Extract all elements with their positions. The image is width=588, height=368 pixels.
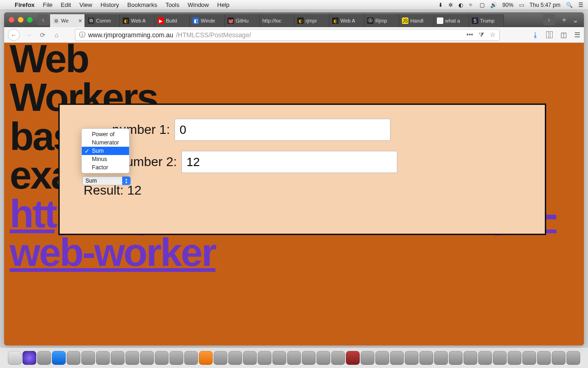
option-numerator[interactable]: Numerator <box>82 138 129 147</box>
siri-icon[interactable]: ☰ <box>578 2 583 8</box>
zoom-window-icon[interactable] <box>27 17 33 23</box>
dock-app[interactable] <box>346 351 360 365</box>
dock-app[interactable] <box>8 351 22 365</box>
menu-bookmarks[interactable]: Bookmarks <box>127 1 157 8</box>
tab[interactable]: ◐rjmpr <box>294 14 329 27</box>
dock-app[interactable] <box>287 351 301 365</box>
option-power-of[interactable]: Power of <box>82 130 129 138</box>
status-icon: ✲ <box>448 2 453 8</box>
dock-app[interactable] <box>464 351 477 365</box>
sidebar-icon[interactable]: ◫ <box>560 31 567 39</box>
dock-app[interactable] <box>23 351 36 365</box>
dock-app[interactable] <box>566 351 580 365</box>
pocket-icon[interactable]: ⧩ <box>479 31 484 39</box>
mac-menubar: Firefox File Edit View History Bookmarks… <box>0 0 588 10</box>
dock-app[interactable] <box>375 351 389 365</box>
volume-icon: 🔊 <box>490 2 497 8</box>
menu-edit[interactable]: Edit <box>61 1 71 8</box>
traffic-lights[interactable] <box>9 17 33 23</box>
dock-app[interactable] <box>214 351 227 365</box>
address-bar[interactable]: ⓘ www.rjmprogramming.com.au/HTMLCSS/Post… <box>75 29 500 41</box>
tab[interactable]: JSHandl <box>399 14 434 27</box>
dock-app[interactable] <box>140 351 154 365</box>
dock-app[interactable] <box>67 351 80 365</box>
dock-app[interactable] <box>184 351 198 365</box>
dock-app[interactable] <box>258 351 271 365</box>
menu-help[interactable]: Help <box>217 1 230 8</box>
menu-icon[interactable]: ☰ <box>574 31 580 39</box>
spotlight-icon[interactable]: 🔍 <box>566 2 573 8</box>
dock-app[interactable] <box>52 351 66 365</box>
dock-app[interactable] <box>155 351 169 365</box>
tab[interactable]: ▶Build <box>155 14 190 27</box>
dock-app[interactable] <box>228 351 242 365</box>
tab[interactable]: http://loc <box>260 14 294 27</box>
tab[interactable]: ⧉Comm <box>85 14 120 27</box>
tab-back-button[interactable]: ‹ <box>37 14 49 25</box>
new-tab-button[interactable]: ＋ <box>560 15 568 25</box>
status-icon: ⬇ <box>438 2 443 8</box>
option-sum[interactable]: Sum <box>82 147 129 155</box>
dock-app[interactable] <box>37 351 51 365</box>
dock-app[interactable] <box>493 351 507 365</box>
source-link[interactable]: web-worker <box>10 230 215 274</box>
forward-button[interactable]: → <box>24 31 34 39</box>
battery-percent: 90% <box>503 2 514 8</box>
app-name[interactable]: Firefox <box>15 1 34 8</box>
tab-active[interactable]: ⚙We <box>50 14 85 27</box>
bookmark-star-icon[interactable]: ☆ <box>490 31 496 39</box>
number2-input[interactable] <box>181 151 397 173</box>
downloads-icon[interactable]: ⭳ <box>532 31 539 39</box>
menu-file[interactable]: File <box>43 1 52 8</box>
dock-app[interactable] <box>317 351 330 365</box>
dock-app[interactable] <box>111 351 124 365</box>
tab[interactable]: ◐Web A <box>329 14 364 27</box>
close-window-icon[interactable] <box>9 17 14 23</box>
tab-forward-button[interactable]: › <box>543 14 555 25</box>
dock-app[interactable] <box>405 351 418 365</box>
dock-app[interactable] <box>199 351 213 365</box>
dock-app[interactable] <box>170 351 183 365</box>
dock-app[interactable] <box>243 351 257 365</box>
dock-app[interactable] <box>390 351 404 365</box>
menu-history[interactable]: History <box>101 1 119 8</box>
menu-view[interactable]: View <box>79 1 92 8</box>
tab[interactable]: ◐Web A <box>120 14 155 27</box>
option-minus[interactable]: Minus <box>82 155 129 163</box>
operation-select-popup[interactable]: Power of Numerator Sum Minus Factor <box>81 128 130 173</box>
dock-app[interactable] <box>302 351 316 365</box>
menu-tools[interactable]: Tools <box>165 1 179 8</box>
dock-app[interactable] <box>552 351 565 365</box>
dock-app[interactable] <box>522 351 536 365</box>
minimize-window-icon[interactable] <box>18 17 23 23</box>
library-icon[interactable]: ⿲ <box>546 31 553 39</box>
info-icon[interactable]: ⓘ <box>79 31 85 39</box>
dock-app[interactable] <box>449 351 463 365</box>
page-actions-icon[interactable]: ••• <box>466 31 473 39</box>
dock-app[interactable] <box>331 351 345 365</box>
number1-input[interactable] <box>175 119 390 141</box>
dock-app[interactable] <box>361 351 374 365</box>
dock-app[interactable] <box>96 351 110 365</box>
tab[interactable]: ⓐRjmp <box>364 14 399 27</box>
dock-app[interactable] <box>508 351 521 365</box>
tab[interactable]: ◧Winde <box>190 14 225 27</box>
operation-select[interactable]: Sum ▲▼ <box>82 176 131 185</box>
dock-app[interactable] <box>272 351 286 365</box>
back-button[interactable]: ← <box>8 29 20 41</box>
reload-button[interactable]: ⟳ <box>38 31 47 39</box>
home-button[interactable]: ⌂ <box>52 31 61 39</box>
dock-app[interactable] <box>81 351 95 365</box>
option-factor[interactable]: Factor <box>82 163 129 172</box>
dock-app[interactable] <box>478 351 492 365</box>
clock: Thu 5:47 pm <box>530 2 560 8</box>
tab[interactable]: 🐙GitHu <box>225 14 260 27</box>
menu-window[interactable]: Window <box>188 1 209 8</box>
tab[interactable]: STrump <box>469 14 504 27</box>
tab-list-button[interactable]: ⌄ <box>572 16 578 24</box>
dock-app[interactable] <box>537 351 551 365</box>
dock-app[interactable] <box>125 351 139 365</box>
dock-app[interactable] <box>434 351 448 365</box>
tab[interactable]: Gwhat a <box>434 14 469 27</box>
dock-app[interactable] <box>419 351 433 365</box>
